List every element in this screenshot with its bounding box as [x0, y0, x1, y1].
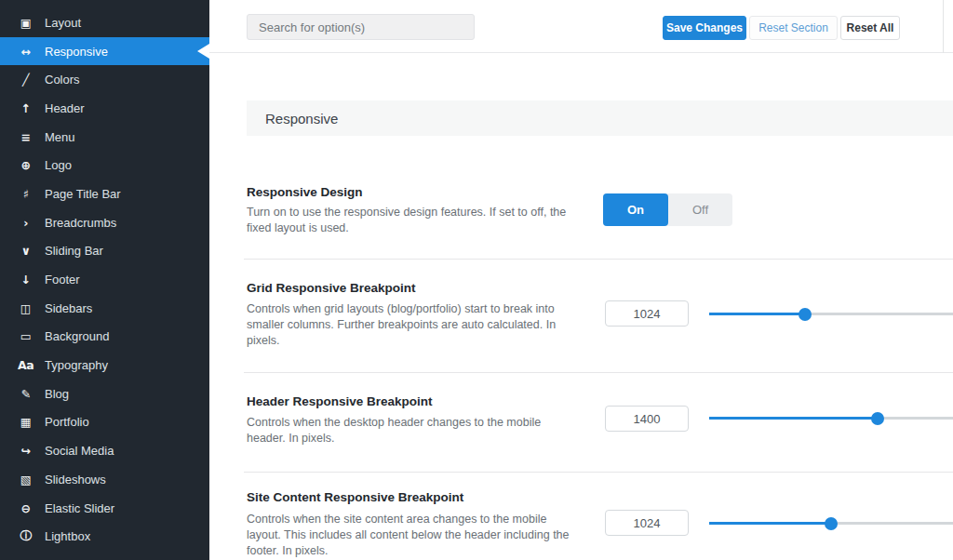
sidebar-item-label: Header: [45, 101, 85, 115]
site-content-breakpoint-slider[interactable]: [709, 522, 953, 525]
sidebar-item-label: Page Title Bar: [45, 187, 121, 201]
setting-desc-grid-breakpoint: Controls when grid layouts (blog/portfol…: [247, 301, 638, 349]
grid-breakpoint-slider[interactable]: [709, 313, 953, 315]
edit-icon: ✎: [18, 387, 34, 401]
sidebar-item-footer[interactable]: ↓Footer: [0, 265, 209, 294]
sidebar-item-label: Portfolio: [45, 415, 89, 429]
sidebar-item-sliding-bar[interactable]: ∨Sliding Bar: [0, 237, 209, 266]
screen-icon: ▭: [18, 329, 34, 343]
sidebar-item-lightbox[interactable]: ⓘLightbox: [0, 522, 209, 551]
sidebar-item-label: Footer: [45, 273, 80, 287]
grid-breakpoint-input[interactable]: [605, 300, 689, 327]
hamburger-icon: ≡: [18, 130, 34, 144]
plus-circle-icon: ⊕: [18, 158, 34, 172]
slider-fill: [709, 417, 878, 420]
slider-fill: [709, 313, 805, 315]
selected-item-arrow: [197, 44, 209, 59]
sidebar-item-logo[interactable]: ⊕Logo: [0, 151, 209, 180]
sidebar-item-page-title-bar[interactable]: ♯Page Title Bar: [0, 180, 209, 208]
panel-edge-line: [943, 0, 944, 53]
setting-title-site-content-breakpoint: Site Content Responsive Breakpoint: [247, 490, 463, 504]
section-title: Responsive: [265, 111, 338, 127]
divider: [244, 372, 953, 373]
slider-handle[interactable]: [825, 517, 838, 530]
sidebar-item-label: Layout: [45, 16, 81, 30]
setting-desc-header-breakpoint: Controls when the desktop header changes…: [247, 415, 638, 447]
sidebar-item-header[interactable]: ↑Header: [0, 94, 209, 123]
sidebar-item-background[interactable]: ▭Background: [0, 323, 209, 352]
sidebar-item-label: Social Media: [45, 444, 114, 458]
image-icon: ▧: [18, 473, 34, 487]
typography-icon: Aa: [18, 358, 34, 372]
setting-title-grid-breakpoint: Grid Responsive Breakpoint: [247, 281, 416, 295]
toolbar: Save Changes Reset Section Reset All: [209, 0, 953, 53]
sidebar-item-label: Logo: [45, 158, 72, 172]
arrow-down-icon: ↓: [18, 273, 34, 287]
divider: [244, 259, 953, 260]
chevron-down-icon: ∨: [18, 244, 34, 258]
sidebar-item-slideshows[interactable]: ▧Slideshows: [0, 465, 209, 494]
header-breakpoint-slider[interactable]: [709, 417, 953, 420]
responsive-design-toggle: On Off: [603, 193, 732, 226]
sidebar-item-portfolio[interactable]: ▦Portfolio: [0, 408, 209, 437]
slider-handle[interactable]: [871, 412, 884, 425]
sidebar: ▣Layout↔Responsive╱Colors↑Header≡Menu⊕Lo…: [0, 0, 209, 560]
sidebar-item-label: Menu: [45, 130, 75, 144]
sidebar-icon: ◫: [18, 301, 34, 315]
sidebar-item-breadcrumbs[interactable]: ›Breadcrumbs: [0, 208, 209, 237]
sidebar-item-label: Blog: [45, 387, 69, 401]
reset-section-button[interactable]: Reset Section: [749, 16, 838, 40]
search-input[interactable]: [247, 14, 475, 40]
sidebar-item-label: Background: [45, 329, 109, 343]
reset-all-button[interactable]: Reset All: [840, 16, 900, 40]
sidebar-item-responsive[interactable]: ↔Responsive: [0, 37, 209, 66]
sidebar-item-label: Sliding Bar: [45, 244, 103, 258]
sidebar-item-label: Sidebars: [45, 301, 92, 315]
setting-desc-site-content-breakpoint: Controls when the site content area chan…: [247, 512, 638, 559]
responsive-icon: ↔: [18, 45, 34, 59]
info-circle-icon: ⓘ: [18, 528, 34, 544]
sidebar-item-label: Colors: [45, 73, 80, 87]
setting-desc-responsive-design: Turn on to use the responsive design fea…: [247, 205, 638, 236]
sidebar-item-colors[interactable]: ╱Colors: [0, 65, 209, 94]
grid-icon: ▦: [18, 415, 34, 429]
sidebar-item-layout[interactable]: ▣Layout: [0, 8, 209, 37]
sidebar-item-label: Lightbox: [45, 529, 90, 543]
save-changes-button[interactable]: Save Changes: [663, 16, 746, 40]
sidebar-item-elastic-slider[interactable]: ⊖Elastic Slider: [0, 494, 209, 523]
setting-title-responsive-design: Responsive Design: [247, 185, 363, 199]
sidebar-item-social-media[interactable]: ↪Social Media: [0, 436, 209, 465]
sidebar-item-menu[interactable]: ≡Menu: [0, 123, 209, 152]
layout-icon: ▣: [18, 16, 34, 30]
sidebar-item-blog[interactable]: ✎Blog: [0, 380, 209, 408]
toggle-off-button[interactable]: Off: [668, 193, 732, 226]
pencil-icon: ╱: [18, 73, 34, 87]
divider: [244, 472, 953, 473]
theme-options-panel: ▣Layout↔Responsive╱Colors↑Header≡Menu⊕Lo…: [0, 0, 953, 560]
sidebar-item-label: Elastic Slider: [45, 501, 114, 515]
sidebar-item-sidebars[interactable]: ◫Sidebars: [0, 294, 209, 323]
sidebar-item-label: Typography: [45, 358, 108, 372]
setting-title-header-breakpoint: Header Responsive Breakpoint: [247, 394, 433, 408]
header-breakpoint-input[interactable]: [605, 406, 689, 432]
site-content-breakpoint-input[interactable]: [605, 510, 689, 536]
circle-minus-icon: ⊖: [18, 501, 34, 515]
toggle-on-button[interactable]: On: [603, 193, 668, 226]
section-header: Responsive: [247, 100, 953, 136]
chevron-right-icon: ›: [18, 216, 34, 230]
sidebar-item-label: Breadcrumbs: [45, 216, 116, 230]
arrow-up-icon: ↑: [18, 101, 34, 115]
slider-fill: [709, 522, 831, 525]
settings-panel: Responsive Responsive Design Turn on to …: [209, 53, 953, 560]
sidebar-item-label: Responsive: [45, 45, 108, 59]
share-arrow-icon: ↪: [18, 444, 34, 458]
sidebar-item-typography[interactable]: AaTypography: [0, 351, 209, 380]
slider-handle[interactable]: [799, 308, 812, 321]
sliders-icon: ♯: [18, 187, 34, 201]
sidebar-item-label: Slideshows: [45, 473, 106, 487]
